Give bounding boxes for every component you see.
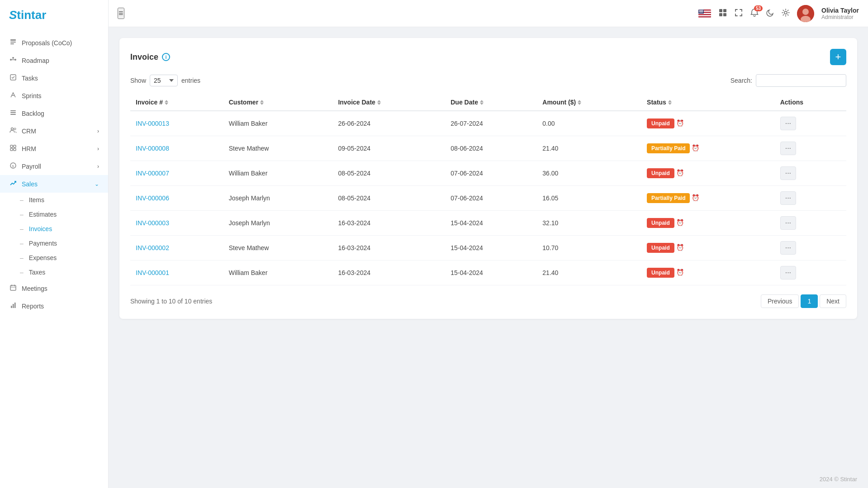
- cell-amount: 21.40: [537, 261, 641, 285]
- col-status[interactable]: Status: [641, 94, 775, 111]
- table-header: Invoice # Customer: [130, 94, 846, 111]
- main-area: ≡ 53: [109, 0, 868, 488]
- cell-actions: ···: [775, 136, 846, 161]
- menu-toggle-button[interactable]: ≡: [118, 8, 124, 19]
- clock-icon: ⏰: [676, 219, 684, 226]
- svg-rect-26: [14, 303, 16, 308]
- svg-rect-9: [10, 110, 16, 111]
- invoice-link[interactable]: INV-000003: [136, 219, 169, 227]
- cell-invoice-date: 16-03-2024: [332, 211, 445, 236]
- sidebar-item-sales-label: Sales: [22, 180, 38, 188]
- cell-due-date: 08-06-2024: [445, 136, 537, 161]
- apps-grid-icon[interactable]: [718, 8, 727, 19]
- invoice-link[interactable]: INV-000001: [136, 269, 169, 276]
- sidebar-item-payments[interactable]: Payments: [20, 236, 108, 251]
- cell-invoice-num: INV-000008: [130, 136, 223, 161]
- sidebar-item-proposals[interactable]: Proposals (CoCo): [0, 34, 108, 52]
- sidebar-item-backlog[interactable]: Backlog: [0, 104, 108, 122]
- entries-select[interactable]: 10 25 50 100: [150, 75, 178, 86]
- search-input[interactable]: [756, 74, 846, 87]
- previous-button[interactable]: Previous: [761, 294, 799, 308]
- sidebar-item-sales[interactable]: Sales ⌄: [0, 175, 108, 193]
- sidebar-item-tasks-label: Tasks: [22, 75, 38, 82]
- tasks-icon: [9, 74, 17, 82]
- col-invoice-num[interactable]: Invoice #: [130, 94, 223, 111]
- add-invoice-button[interactable]: +: [830, 49, 846, 65]
- cell-invoice-num: INV-000001: [130, 261, 223, 285]
- table-row: INV-000001 William Baker 16-03-2024 15-0…: [130, 261, 846, 285]
- sidebar-item-taxes[interactable]: Taxes: [20, 265, 108, 280]
- cell-actions: ···: [775, 161, 846, 186]
- invoice-info-icon[interactable]: i: [162, 53, 170, 61]
- row-actions-button[interactable]: ···: [780, 166, 796, 180]
- svg-rect-54: [723, 13, 726, 16]
- sidebar-item-reports[interactable]: Reports: [0, 297, 108, 315]
- fullscreen-icon[interactable]: [735, 9, 743, 19]
- row-actions-button[interactable]: ···: [780, 191, 796, 205]
- status-badge: Partially Paid: [647, 143, 690, 153]
- cell-status: Unpaid ⏰: [641, 211, 775, 236]
- col-due-date[interactable]: Due Date: [445, 94, 537, 111]
- sidebar-item-crm[interactable]: CRM ›: [0, 122, 108, 140]
- sidebar-item-tasks[interactable]: Tasks: [0, 69, 108, 87]
- svg-point-41: [702, 10, 703, 11]
- avatar[interactable]: [797, 5, 814, 22]
- invoice-link[interactable]: INV-000008: [136, 145, 169, 152]
- sidebar-item-estimates[interactable]: Estimates: [20, 207, 108, 222]
- sidebar-item-items[interactable]: Items: [20, 193, 108, 207]
- status-badge: Partially Paid: [647, 193, 690, 203]
- invoice-title: Invoice i: [130, 52, 170, 62]
- invoice-link[interactable]: INV-000007: [136, 170, 169, 177]
- invoice-link[interactable]: INV-000002: [136, 244, 169, 251]
- table-row: INV-000008 Steve Mathew 09-05-2024 08-06…: [130, 136, 846, 161]
- cell-invoice-num: INV-000007: [130, 161, 223, 186]
- col-customer[interactable]: Customer: [223, 94, 333, 111]
- sidebar-item-payroll[interactable]: $ Payroll ›: [0, 157, 108, 175]
- svg-point-45: [702, 11, 702, 12]
- svg-text:$: $: [12, 164, 14, 168]
- cell-due-date: 15-04-2024: [445, 211, 537, 236]
- row-actions-button[interactable]: ···: [780, 142, 796, 155]
- svg-rect-11: [10, 114, 16, 115]
- svg-rect-30: [698, 14, 711, 15]
- page-1-button[interactable]: 1: [801, 294, 818, 308]
- col-amount[interactable]: Amount ($): [537, 94, 641, 111]
- cell-actions: ···: [775, 211, 846, 236]
- sidebar-item-meetings[interactable]: Meetings: [0, 280, 108, 297]
- user-name: Olivia Taylor: [821, 7, 859, 14]
- svg-point-43: [700, 11, 701, 12]
- sidebar-item-invoices[interactable]: Invoices: [20, 222, 108, 236]
- svg-point-46: [702, 11, 703, 12]
- pagination-row: Showing 1 to 10 of 10 entries Previous 1…: [130, 294, 846, 308]
- dark-mode-icon[interactable]: [766, 9, 774, 19]
- header-actions: 53 Olivia Taylor Administrator: [698, 5, 859, 22]
- invoice-link[interactable]: INV-000006: [136, 194, 169, 202]
- svg-rect-14: [10, 145, 13, 147]
- reports-icon: [9, 302, 17, 310]
- next-button[interactable]: Next: [820, 294, 846, 308]
- sidebar-item-expenses[interactable]: Expenses: [20, 251, 108, 265]
- hrm-arrow-icon: ›: [97, 146, 99, 152]
- cell-due-date: 15-04-2024: [445, 236, 537, 261]
- logo[interactable]: Stintar: [0, 0, 108, 30]
- sidebar-item-roadmap[interactable]: Roadmap: [0, 52, 108, 69]
- notification-button[interactable]: 53: [750, 8, 759, 19]
- invoice-link[interactable]: INV-000013: [136, 120, 169, 127]
- cell-customer: William Baker: [223, 111, 333, 136]
- sidebar-item-sprints[interactable]: Sprints: [0, 87, 108, 104]
- cell-invoice-num: INV-000002: [130, 236, 223, 261]
- payroll-icon: $: [9, 162, 17, 171]
- row-actions-button[interactable]: ···: [780, 117, 796, 130]
- user-role: Administrator: [821, 14, 859, 20]
- language-flag-icon[interactable]: [698, 9, 711, 18]
- svg-rect-52: [723, 9, 726, 12]
- settings-icon[interactable]: [782, 9, 790, 19]
- cell-invoice-date: 09-05-2024: [332, 136, 445, 161]
- sidebar-item-hrm-label: HRM: [22, 145, 36, 152]
- col-invoice-date[interactable]: Invoice Date: [332, 94, 445, 111]
- row-actions-button[interactable]: ···: [780, 241, 796, 255]
- sidebar-item-hrm[interactable]: HRM ›: [0, 140, 108, 157]
- table-row: INV-000007 William Baker 08-05-2024 07-0…: [130, 161, 846, 186]
- row-actions-button[interactable]: ···: [780, 266, 796, 280]
- row-actions-button[interactable]: ···: [780, 216, 796, 230]
